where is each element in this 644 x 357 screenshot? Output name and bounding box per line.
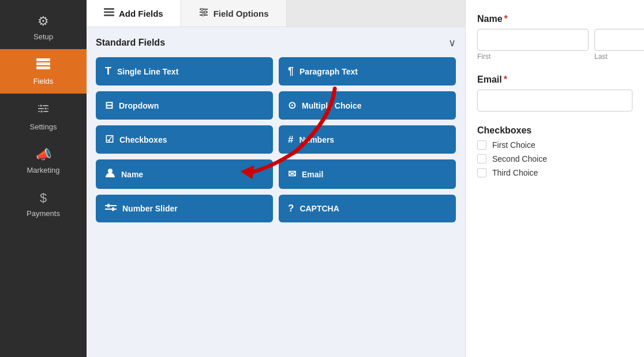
field-btn-numbers-label: Numbers [299,135,334,144]
numbers-icon: # [288,134,293,146]
field-options-tab-icon [199,8,209,18]
sidebar: ⚙ Setup Fields Settings 📣 Market [0,0,87,357]
field-btn-number-slider-label: Number Slider [122,204,178,213]
checkbox-second-choice[interactable] [477,154,486,163]
first-name-input[interactable] [477,29,589,51]
sidebar-item-payments-label: Payments [27,209,60,218]
chevron-down-icon[interactable]: ∨ [448,36,456,49]
name-icon [105,168,115,181]
sidebar-item-setup-label: Setup [33,32,53,41]
fields-panel: Standard Fields ∨ T Single Line Text ¶ P… [87,27,465,357]
paragraph-text-icon: ¶ [288,65,294,77]
email-input[interactable] [477,90,632,111]
svg-rect-1 [36,62,50,65]
tab-field-options-label: Field Options [214,9,269,18]
svg-point-7 [44,107,47,110]
sidebar-item-fields[interactable]: Fields [0,49,87,94]
single-line-text-icon: T [105,65,111,77]
svg-rect-22 [112,207,114,211]
standard-fields-title: Standard Fields [96,38,165,48]
svg-rect-9 [104,8,114,10]
name-required-star: * [504,14,508,24]
name-inputs: First Last [477,29,632,61]
checkbox-item-3: Third Choice [477,168,632,177]
checkbox-third-choice-label: Third Choice [492,168,538,177]
field-btn-captcha-label: CAPTCHA [299,204,339,213]
right-panel: Name* First Last Email* Checkboxes First… [465,0,644,357]
checkboxes-label: Checkboxes [477,125,632,136]
multiple-choice-icon: ⊙ [288,99,296,111]
first-name-sublabel: First [477,53,589,61]
field-btn-dropdown-label: Dropdown [119,101,159,110]
checkbox-second-choice-label: Second Choice [492,154,547,163]
last-name-wrap: Last [594,29,644,61]
field-btn-number-slider[interactable]: Number Slider [96,195,273,222]
sidebar-item-settings[interactable]: Settings [0,94,87,139]
email-required-star: * [504,75,507,84]
gear-icon: ⚙ [38,14,49,29]
checkbox-third-choice[interactable] [477,168,486,177]
email-field-label: Email* [477,75,632,85]
marketing-icon: 📣 [36,147,51,162]
form-section-email: Email* [477,75,632,111]
svg-point-6 [40,105,43,107]
last-name-input[interactable] [594,29,644,51]
field-btn-name[interactable]: Name [96,159,273,189]
svg-point-15 [201,8,203,10]
svg-rect-0 [36,58,50,61]
field-btn-single-line-text[interactable]: T Single Line Text [96,57,273,85]
captcha-icon: ? [288,203,294,214]
number-slider-icon [105,203,117,214]
field-btn-numbers[interactable]: # Numbers [279,125,456,154]
main-content: Add Fields Field Options Standard Fields… [87,0,465,357]
field-btn-captcha[interactable]: ? CAPTCHA [279,195,456,222]
svg-point-18 [108,169,113,173]
dropdown-icon: ⊟ [105,99,113,111]
form-section-checkboxes: Checkboxes First Choice Second Choice Th… [477,125,632,177]
add-fields-tab-icon [104,8,114,18]
field-btn-paragraph-text[interactable]: ¶ Paragraph Text [279,57,456,85]
field-btn-paragraph-text-label: Paragraph Text [299,67,358,76]
sidebar-item-setup[interactable]: ⚙ Setup [0,6,87,49]
name-field-label: Name* [477,14,632,24]
svg-rect-21 [107,204,110,207]
email-icon: ✉ [288,168,296,180]
settings-icon [36,102,50,119]
form-section-name: Name* First Last [477,14,632,61]
field-btn-email[interactable]: ✉ Email [279,159,456,189]
checkbox-item-1: First Choice [477,140,632,150]
field-btn-checkboxes-label: Checkboxes [119,135,167,144]
field-btn-single-line-text-label: Single Line Text [117,67,178,76]
first-name-wrap: First [477,29,589,61]
sidebar-item-settings-label: Settings [30,122,57,131]
sidebar-item-marketing-label: Marketing [27,166,59,174]
field-btn-email-label: Email [302,170,323,179]
svg-point-16 [204,11,207,13]
svg-rect-2 [36,66,50,69]
tabs-bar: Add Fields Field Options [87,0,465,27]
field-btn-name-label: Name [121,170,143,179]
svg-rect-11 [104,14,114,16]
fields-icon [36,57,51,73]
sidebar-item-marketing[interactable]: 📣 Marketing [0,139,87,183]
sidebar-item-payments[interactable]: $ Payments [0,183,87,226]
checkbox-first-choice[interactable] [477,140,486,150]
svg-point-17 [202,14,204,16]
tab-field-options[interactable]: Field Options [181,0,287,27]
checkboxes-icon: ☑ [105,133,114,146]
field-btn-multiple-choice[interactable]: ⊙ Multiple Choice [279,91,456,120]
tab-add-fields-label: Add Fields [119,9,163,18]
svg-rect-10 [104,12,114,13]
field-btn-checkboxes[interactable]: ☑ Checkboxes [96,125,273,154]
svg-point-8 [40,110,43,113]
fields-grid: T Single Line Text ¶ Paragraph Text ⊟ Dr… [96,57,456,222]
field-btn-multiple-choice-label: Multiple Choice [302,101,361,110]
payments-icon: $ [40,191,47,206]
standard-fields-header: Standard Fields ∨ [96,36,456,49]
checkbox-item-2: Second Choice [477,154,632,163]
last-name-sublabel: Last [594,53,644,61]
tab-add-fields[interactable]: Add Fields [87,0,181,27]
field-btn-dropdown[interactable]: ⊟ Dropdown [96,91,273,120]
fields-grid-area: T Single Line Text ¶ Paragraph Text ⊟ Dr… [96,57,456,222]
sidebar-item-fields-label: Fields [33,77,54,85]
